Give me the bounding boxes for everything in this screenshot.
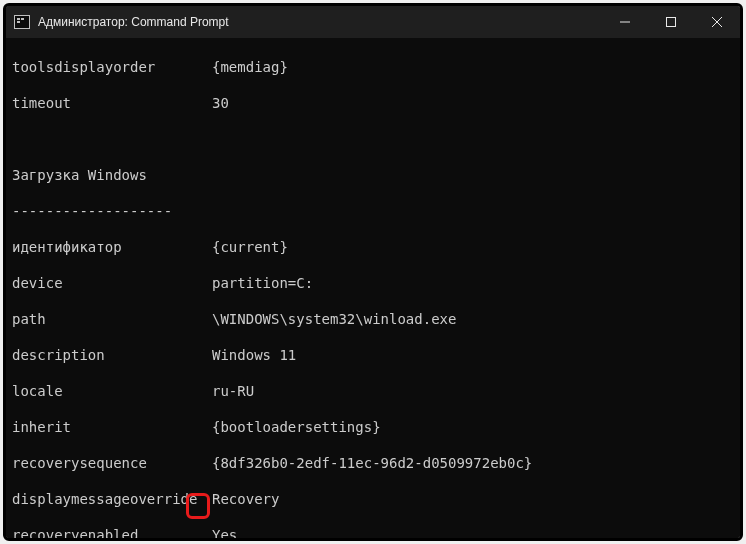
output-val: {bootloadersettings} bbox=[212, 418, 734, 436]
maximize-button[interactable] bbox=[648, 6, 694, 38]
output-val: {current} bbox=[212, 238, 734, 256]
cmd-icon bbox=[14, 15, 30, 29]
output-val: partition=C: bbox=[212, 274, 734, 292]
output-key: path bbox=[12, 310, 212, 328]
output-val: \WINDOWS\system32\winload.exe bbox=[212, 310, 734, 328]
output-key: device bbox=[12, 274, 212, 292]
minimize-icon bbox=[620, 17, 630, 27]
output-key: timeout bbox=[12, 94, 212, 112]
output-key: locale bbox=[12, 382, 212, 400]
output-val: {memdiag} bbox=[212, 58, 734, 76]
section-sep: ------------------- bbox=[12, 202, 734, 220]
section-title: Загрузка Windows bbox=[12, 166, 734, 184]
output-key: идентификатор bbox=[12, 238, 212, 256]
output-val: Recovery bbox=[212, 490, 734, 508]
minimize-button[interactable] bbox=[602, 6, 648, 38]
output-key: toolsdisplayorder bbox=[12, 58, 212, 76]
output-val: ru-RU bbox=[212, 382, 734, 400]
titlebar[interactable]: Администратор: Command Prompt bbox=[6, 6, 740, 38]
output-val: Windows 11 bbox=[212, 346, 734, 364]
command-prompt-window: Администратор: Command Prompt toolsdispl… bbox=[6, 6, 740, 538]
output-val: Yes bbox=[212, 526, 734, 538]
close-icon bbox=[712, 17, 722, 27]
terminal-output[interactable]: toolsdisplayorder{memdiag} timeout30 Заг… bbox=[6, 38, 740, 538]
maximize-icon bbox=[666, 17, 676, 27]
svg-rect-1 bbox=[667, 18, 676, 27]
output-val: {8df326b0-2edf-11ec-96d2-d0509972eb0c} bbox=[212, 454, 734, 472]
output-key: displaymessageoverride bbox=[12, 490, 212, 508]
close-button[interactable] bbox=[694, 6, 740, 38]
output-key: recoveryenabled bbox=[12, 526, 212, 538]
output-key: description bbox=[12, 346, 212, 364]
output-key: recoverysequence bbox=[12, 454, 212, 472]
window-title: Администратор: Command Prompt bbox=[38, 15, 229, 29]
output-val: 30 bbox=[212, 94, 734, 112]
output-key: inherit bbox=[12, 418, 212, 436]
